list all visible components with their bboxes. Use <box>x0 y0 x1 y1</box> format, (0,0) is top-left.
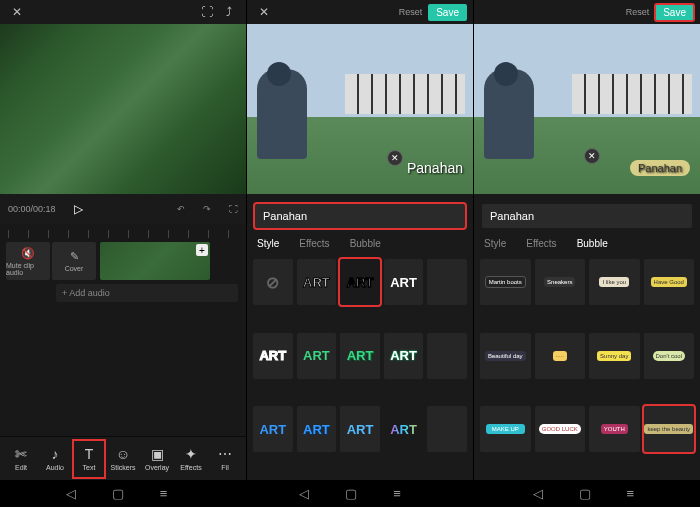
delete-caption-icon[interactable]: ✕ <box>387 150 403 166</box>
save-button[interactable]: Save <box>428 4 467 21</box>
bubble-label: YOUTH <box>601 424 628 434</box>
bubble-label: Don't cool <box>653 351 686 361</box>
text-tabs: Style Effects Bubble <box>247 232 473 255</box>
bubble-label: GOOD LUCK <box>539 424 581 434</box>
overlay-button[interactable]: ▣Overlay <box>140 439 174 479</box>
export-icon[interactable]: ⤴ <box>220 3 238 21</box>
style-option[interactable] <box>427 333 467 379</box>
system-nav-bars: ◁▢≡ ◁▢≡ ◁▢≡ <box>0 480 700 507</box>
bubble-option-selected[interactable]: keep the beauty <box>644 406 695 452</box>
timeline-ruler[interactable] <box>8 230 238 238</box>
bubble-label: Sunny day <box>597 351 631 361</box>
timecode-bar: 00:00/00:18 ▷ ↶ ↷ ⛶ <box>0 194 246 224</box>
text-button[interactable]: TText <box>72 439 106 479</box>
home-icon[interactable]: ▢ <box>112 486 124 501</box>
style-option[interactable]: ART <box>253 333 293 379</box>
style-option[interactable]: ART <box>297 333 337 379</box>
style-option[interactable]: ART <box>384 333 424 379</box>
home-icon[interactable]: ▢ <box>579 486 591 501</box>
style-none[interactable]: ⊘ <box>253 259 293 305</box>
text-icon: T <box>85 446 94 462</box>
bubble-option[interactable]: Martin boots <box>480 259 531 305</box>
stickers-button[interactable]: ☺Stickers <box>106 439 140 479</box>
add-audio-button[interactable]: + Add audio <box>56 284 238 302</box>
bubble-label: I like you <box>599 277 629 287</box>
close-icon[interactable]: ✕ <box>255 3 273 21</box>
video-preview[interactable] <box>0 24 246 194</box>
tab-style[interactable]: Style <box>484 238 506 249</box>
back-icon[interactable]: ◁ <box>66 486 76 501</box>
recent-icon[interactable]: ≡ <box>627 486 635 501</box>
video-clip[interactable]: + <box>100 242 210 280</box>
tab-style[interactable]: Style <box>257 238 279 249</box>
style-option[interactable] <box>427 406 467 452</box>
style-option[interactable]: ART <box>340 333 380 379</box>
bubble-option[interactable]: Sneakers <box>535 259 586 305</box>
tab-effects[interactable]: Effects <box>526 238 556 249</box>
tab-effects[interactable]: Effects <box>299 238 329 249</box>
back-icon[interactable]: ◁ <box>299 486 309 501</box>
caption-text[interactable]: Panahan <box>407 160 463 176</box>
mute-label: Mute clip audio <box>6 262 50 276</box>
bubble-option[interactable]: MAKE UP <box>480 406 531 452</box>
style-option[interactable] <box>427 259 467 305</box>
bubble-option[interactable]: Have Good <box>644 259 695 305</box>
bubble-option[interactable]: I like you <box>589 259 640 305</box>
tab-bubble[interactable]: Bubble <box>350 238 381 249</box>
style-option[interactable]: ART <box>297 406 337 452</box>
mute-clip-tile[interactable]: 🔇 Mute clip audio <box>6 242 50 280</box>
redo-icon[interactable]: ↷ <box>203 204 211 214</box>
more-label: Fil <box>221 464 228 471</box>
add-clip-button[interactable]: + <box>196 244 208 256</box>
bubble-option[interactable]: Sunny day <box>589 333 640 379</box>
effects-button[interactable]: ✦Effects <box>174 439 208 479</box>
style-option-selected[interactable]: ART <box>340 259 380 305</box>
archery-targets <box>572 74 692 114</box>
bubble-label: MAKE UP <box>486 424 525 434</box>
caption-text[interactable]: Panahan <box>630 160 690 176</box>
bubble-option[interactable]: Beautiful day <box>480 333 531 379</box>
style-option[interactable]: ART <box>253 406 293 452</box>
style-option[interactable]: ART <box>340 406 380 452</box>
bubble-label: Beautiful day <box>485 351 526 361</box>
save-button[interactable]: Save <box>655 4 694 21</box>
delete-caption-icon[interactable]: ✕ <box>584 148 600 164</box>
text-input[interactable] <box>482 204 692 228</box>
editor-main-panel: ✕ ⛶ ⤴ 00:00/00:18 ▷ ↶ ↷ ⛶ 🔇 Mute clip au… <box>0 0 247 480</box>
video-preview[interactable]: ✕ Panahan <box>474 24 700 194</box>
overlay-icon: ▣ <box>151 446 164 462</box>
text-label: Text <box>83 464 96 471</box>
tab-bubble[interactable]: Bubble <box>577 238 608 249</box>
play-button[interactable]: ▷ <box>74 202 83 216</box>
back-icon[interactable]: ◁ <box>533 486 543 501</box>
edit-label: Edit <box>15 464 27 471</box>
topbar: Reset Save <box>474 0 700 24</box>
style-option[interactable]: ART <box>384 406 424 452</box>
reset-button[interactable]: Reset <box>626 7 650 17</box>
bubble-option[interactable]: YOUTH <box>589 406 640 452</box>
text-style-panel: ✕ Reset Save ✕ Panahan Style Effects Bub… <box>247 0 474 480</box>
bubble-option[interactable]: Don't cool <box>644 333 695 379</box>
text-input[interactable] <box>255 204 465 228</box>
archery-targets <box>345 74 465 114</box>
bubble-label: keep the beauty <box>644 424 693 434</box>
recent-icon[interactable]: ≡ <box>160 486 168 501</box>
close-icon[interactable]: ✕ <box>8 3 26 21</box>
style-option[interactable]: ART <box>384 259 424 305</box>
expand-icon[interactable]: ⛶ <box>198 3 216 21</box>
audio-button[interactable]: ♪Audio <box>38 439 72 479</box>
more-button[interactable]: ⋯Fil <box>208 439 242 479</box>
undo-icon[interactable]: ↶ <box>177 204 185 214</box>
bubble-option[interactable]: GOOD LUCK <box>535 406 586 452</box>
home-icon[interactable]: ▢ <box>345 486 357 501</box>
audio-label: Audio <box>46 464 64 471</box>
style-option[interactable]: ART <box>297 259 337 305</box>
video-preview[interactable]: ✕ Panahan <box>247 24 473 194</box>
recent-icon[interactable]: ≡ <box>393 486 401 501</box>
reset-button[interactable]: Reset <box>399 7 423 17</box>
edit-button[interactable]: ✄Edit <box>4 439 38 479</box>
fullscreen-icon[interactable]: ⛶ <box>229 204 238 214</box>
art-text: ART <box>347 275 374 290</box>
bubble-option[interactable]: ····· <box>535 333 586 379</box>
cover-tile[interactable]: ✎ Cover <box>52 242 96 280</box>
